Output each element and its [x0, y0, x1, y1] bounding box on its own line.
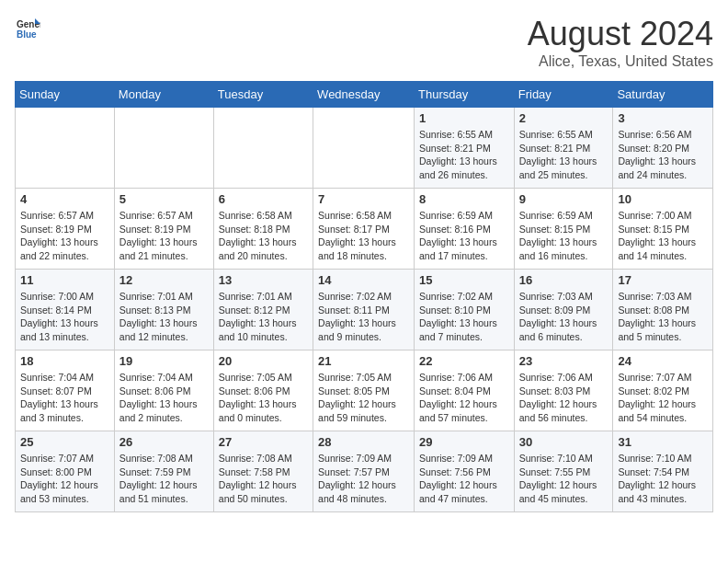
day-number: 1 [419, 111, 509, 125]
day-detail: Sunrise: 7:05 AM Sunset: 8:05 PM Dayligh… [318, 371, 409, 425]
day-cell [213, 108, 313, 189]
day-cell: 29Sunrise: 7:09 AM Sunset: 7:56 PM Dayli… [415, 431, 515, 512]
day-cell: 8Sunrise: 6:59 AM Sunset: 8:16 PM Daylig… [415, 189, 515, 270]
day-number: 14 [318, 273, 409, 287]
header: General Blue August 2024 Alice, Texas, U… [15, 15, 713, 70]
day-cell: 23Sunrise: 7:06 AM Sunset: 8:03 PM Dayli… [514, 350, 613, 431]
day-detail: Sunrise: 7:04 AM Sunset: 8:07 PM Dayligh… [20, 371, 109, 425]
day-header-friday: Friday [514, 82, 613, 108]
day-detail: Sunrise: 7:00 AM Sunset: 8:15 PM Dayligh… [618, 209, 708, 263]
day-number: 4 [20, 192, 109, 206]
day-cell: 31Sunrise: 7:10 AM Sunset: 7:54 PM Dayli… [613, 431, 713, 512]
day-detail: Sunrise: 6:55 AM Sunset: 8:21 PM Dayligh… [419, 128, 509, 182]
day-cell: 13Sunrise: 7:01 AM Sunset: 8:12 PM Dayli… [213, 270, 313, 350]
day-cell: 2Sunrise: 6:55 AM Sunset: 8:21 PM Daylig… [514, 108, 613, 189]
day-number: 16 [519, 273, 609, 287]
day-cell: 19Sunrise: 7:04 AM Sunset: 8:06 PM Dayli… [114, 350, 213, 431]
day-detail: Sunrise: 7:05 AM Sunset: 8:06 PM Dayligh… [219, 371, 308, 425]
day-number: 8 [419, 192, 509, 206]
calendar-table: SundayMondayTuesdayWednesdayThursdayFrid… [15, 81, 713, 512]
day-cell: 14Sunrise: 7:02 AM Sunset: 8:11 PM Dayli… [313, 270, 415, 350]
day-number: 12 [119, 273, 209, 287]
logo-icon: General Blue [15, 15, 40, 40]
main-title: August 2024 [528, 15, 713, 53]
day-header-sunday: Sunday [16, 82, 115, 108]
day-cell: 11Sunrise: 7:00 AM Sunset: 8:14 PM Dayli… [16, 270, 115, 350]
day-detail: Sunrise: 6:58 AM Sunset: 8:17 PM Dayligh… [318, 209, 409, 263]
day-number: 21 [318, 354, 409, 368]
day-cell: 3Sunrise: 6:56 AM Sunset: 8:20 PM Daylig… [613, 108, 713, 189]
day-header-wednesday: Wednesday [313, 82, 415, 108]
svg-text:Blue: Blue [17, 29, 37, 40]
day-detail: Sunrise: 6:57 AM Sunset: 8:19 PM Dayligh… [119, 209, 209, 263]
week-row-4: 18Sunrise: 7:04 AM Sunset: 8:07 PM Dayli… [16, 350, 713, 431]
day-detail: Sunrise: 7:03 AM Sunset: 8:08 PM Dayligh… [618, 290, 708, 344]
day-number: 10 [618, 192, 708, 206]
day-number: 15 [419, 273, 509, 287]
day-cell [313, 108, 415, 189]
day-cell: 24Sunrise: 7:07 AM Sunset: 8:02 PM Dayli… [613, 350, 713, 431]
day-number: 24 [618, 354, 708, 368]
week-row-5: 25Sunrise: 7:07 AM Sunset: 8:00 PM Dayli… [16, 431, 713, 512]
day-cell: 9Sunrise: 6:59 AM Sunset: 8:15 PM Daylig… [514, 189, 613, 270]
day-number: 20 [219, 354, 308, 368]
day-detail: Sunrise: 7:07 AM Sunset: 8:00 PM Dayligh… [20, 452, 109, 506]
day-number: 17 [618, 273, 708, 287]
day-cell: 25Sunrise: 7:07 AM Sunset: 8:00 PM Dayli… [16, 431, 115, 512]
day-cell: 18Sunrise: 7:04 AM Sunset: 8:07 PM Dayli… [16, 350, 115, 431]
day-number: 30 [519, 435, 609, 449]
day-number: 6 [219, 192, 308, 206]
day-number: 26 [119, 435, 209, 449]
day-number: 13 [219, 273, 308, 287]
day-header-monday: Monday [114, 82, 213, 108]
day-cell: 1Sunrise: 6:55 AM Sunset: 8:21 PM Daylig… [415, 108, 515, 189]
day-cell: 16Sunrise: 7:03 AM Sunset: 8:09 PM Dayli… [514, 270, 613, 350]
day-number: 2 [519, 111, 609, 125]
day-number: 9 [519, 192, 609, 206]
week-row-3: 11Sunrise: 7:00 AM Sunset: 8:14 PM Dayli… [16, 270, 713, 350]
day-detail: Sunrise: 7:08 AM Sunset: 7:59 PM Dayligh… [119, 452, 209, 506]
day-header-tuesday: Tuesday [213, 82, 313, 108]
day-header-saturday: Saturday [613, 82, 713, 108]
day-cell: 7Sunrise: 6:58 AM Sunset: 8:17 PM Daylig… [313, 189, 415, 270]
day-cell: 15Sunrise: 7:02 AM Sunset: 8:10 PM Dayli… [415, 270, 515, 350]
day-detail: Sunrise: 7:02 AM Sunset: 8:10 PM Dayligh… [419, 290, 509, 344]
day-number: 31 [618, 435, 708, 449]
day-cell: 22Sunrise: 7:06 AM Sunset: 8:04 PM Dayli… [415, 350, 515, 431]
day-number: 27 [219, 435, 308, 449]
day-detail: Sunrise: 7:09 AM Sunset: 7:56 PM Dayligh… [419, 452, 509, 506]
day-number: 3 [618, 111, 708, 125]
day-cell: 10Sunrise: 7:00 AM Sunset: 8:15 PM Dayli… [613, 189, 713, 270]
day-detail: Sunrise: 6:58 AM Sunset: 8:18 PM Dayligh… [219, 209, 308, 263]
day-cell: 26Sunrise: 7:08 AM Sunset: 7:59 PM Dayli… [114, 431, 213, 512]
header-row: SundayMondayTuesdayWednesdayThursdayFrid… [16, 82, 713, 108]
day-detail: Sunrise: 6:56 AM Sunset: 8:20 PM Dayligh… [618, 128, 708, 182]
day-cell: 30Sunrise: 7:10 AM Sunset: 7:55 PM Dayli… [514, 431, 613, 512]
logo: General Blue [15, 15, 40, 40]
day-cell: 4Sunrise: 6:57 AM Sunset: 8:19 PM Daylig… [16, 189, 115, 270]
day-detail: Sunrise: 6:55 AM Sunset: 8:21 PM Dayligh… [519, 128, 609, 182]
day-detail: Sunrise: 7:03 AM Sunset: 8:09 PM Dayligh… [519, 290, 609, 344]
day-detail: Sunrise: 7:00 AM Sunset: 8:14 PM Dayligh… [20, 290, 109, 344]
week-row-1: 1Sunrise: 6:55 AM Sunset: 8:21 PM Daylig… [16, 108, 713, 189]
day-cell: 20Sunrise: 7:05 AM Sunset: 8:06 PM Dayli… [213, 350, 313, 431]
day-cell: 21Sunrise: 7:05 AM Sunset: 8:05 PM Dayli… [313, 350, 415, 431]
day-detail: Sunrise: 7:01 AM Sunset: 8:13 PM Dayligh… [119, 290, 209, 344]
day-cell: 27Sunrise: 7:08 AM Sunset: 7:58 PM Dayli… [213, 431, 313, 512]
day-cell: 28Sunrise: 7:09 AM Sunset: 7:57 PM Dayli… [313, 431, 415, 512]
day-detail: Sunrise: 7:04 AM Sunset: 8:06 PM Dayligh… [119, 371, 209, 425]
day-detail: Sunrise: 6:59 AM Sunset: 8:16 PM Dayligh… [419, 209, 509, 263]
day-detail: Sunrise: 6:57 AM Sunset: 8:19 PM Dayligh… [20, 209, 109, 263]
day-detail: Sunrise: 7:09 AM Sunset: 7:57 PM Dayligh… [318, 452, 409, 506]
day-detail: Sunrise: 7:10 AM Sunset: 7:54 PM Dayligh… [618, 452, 708, 506]
day-detail: Sunrise: 6:59 AM Sunset: 8:15 PM Dayligh… [519, 209, 609, 263]
day-detail: Sunrise: 7:06 AM Sunset: 8:03 PM Dayligh… [519, 371, 609, 425]
day-number: 18 [20, 354, 109, 368]
day-detail: Sunrise: 7:01 AM Sunset: 8:12 PM Dayligh… [219, 290, 308, 344]
day-number: 28 [318, 435, 409, 449]
day-number: 29 [419, 435, 509, 449]
subtitle: Alice, Texas, United States [528, 53, 713, 70]
day-number: 22 [419, 354, 509, 368]
day-detail: Sunrise: 7:07 AM Sunset: 8:02 PM Dayligh… [618, 371, 708, 425]
day-number: 7 [318, 192, 409, 206]
